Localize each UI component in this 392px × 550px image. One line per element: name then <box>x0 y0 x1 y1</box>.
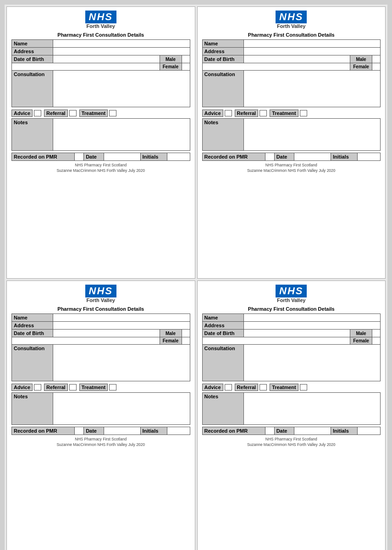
dob-value-4[interactable] <box>243 330 350 337</box>
notes-table-3: Notes <box>11 392 190 425</box>
name-value[interactable] <box>53 40 190 48</box>
referral-item: Referral <box>44 110 77 117</box>
referral-label-4: Referral <box>235 384 259 391</box>
referral-checkbox-3[interactable] <box>69 384 77 390</box>
treatment-checkbox[interactable] <box>109 110 116 116</box>
referral-label-2: Referral <box>235 110 259 117</box>
advice-checkbox[interactable] <box>34 110 41 116</box>
male-checkbox-4[interactable] <box>372 330 381 337</box>
notes-row-3: Notes <box>12 393 190 425</box>
notes-value-4[interactable] <box>243 393 381 425</box>
pmr-checkbox-4[interactable] <box>265 427 274 435</box>
name-label-4: Name <box>202 314 243 322</box>
female-checkbox[interactable] <box>182 63 190 71</box>
treatment-checkbox-4[interactable] <box>300 384 307 390</box>
name-value-3[interactable] <box>53 314 190 322</box>
footer-2: NHS Pharmacy First Scotland Suzanne MacC… <box>247 163 336 174</box>
dob-row-3: Date of Birth Male <box>12 330 190 337</box>
pmr-initials-value-4[interactable] <box>358 427 381 435</box>
advice-checkbox-3[interactable] <box>34 384 41 390</box>
female-checkbox-4[interactable] <box>372 337 381 345</box>
address-value-3[interactable] <box>53 322 190 330</box>
referral-checkbox-4[interactable] <box>259 384 267 390</box>
pmr-initials-label-3: Initials <box>140 427 167 435</box>
address-value-4[interactable] <box>243 322 381 330</box>
address-value-2[interactable] <box>243 48 381 55</box>
footer-4: NHS Pharmacy First Scotland Suzanne MacC… <box>247 437 336 448</box>
pmr-table-1: Recorded on PMR Date Initials <box>11 153 190 161</box>
treatment-item-2: Treatment <box>270 110 307 117</box>
address-label: Address <box>12 48 53 55</box>
male-checkbox-3[interactable] <box>182 330 190 337</box>
name-row-4: Name <box>202 314 381 322</box>
dob-extra-2 <box>202 63 350 71</box>
pmr-date-label-3: Date <box>84 427 104 435</box>
pmr-initials-value-3[interactable] <box>167 427 190 435</box>
consultation-value-2[interactable] <box>243 71 381 107</box>
consultation-value-3[interactable] <box>53 345 190 381</box>
consultation-value-4[interactable] <box>243 345 381 381</box>
pmr-date-value-4[interactable] <box>294 427 331 435</box>
card-3: NHS Forth Valley Pharmacy First Consulta… <box>6 280 195 550</box>
notes-value[interactable] <box>53 119 190 151</box>
dob-label: Date of Birth <box>12 55 53 63</box>
pmr-date-value-2[interactable] <box>294 153 331 161</box>
female-checkbox-2[interactable] <box>372 63 381 71</box>
pmr-initials-value[interactable] <box>167 153 190 161</box>
consultation-value[interactable] <box>53 71 190 107</box>
referral-item-3: Referral <box>44 384 77 391</box>
treatment-item-4: Treatment <box>270 384 307 391</box>
notes-label: Notes <box>12 119 53 151</box>
address-label-2: Address <box>202 48 243 55</box>
pmr-recorded-label: Recorded on PMR <box>12 153 75 161</box>
notes-label-3: Notes <box>12 393 53 425</box>
advice-checkbox-2[interactable] <box>225 110 232 116</box>
address-value[interactable] <box>53 48 190 55</box>
treatment-label-2: Treatment <box>270 110 298 117</box>
treatment-checkbox-3[interactable] <box>109 384 116 390</box>
dob-label-3: Date of Birth <box>12 330 53 337</box>
notes-value-3[interactable] <box>53 393 190 425</box>
name-label-3: Name <box>12 314 53 322</box>
dob-row-4: Date of Birth Male <box>202 330 381 337</box>
advice-label-3: Advice <box>11 384 33 391</box>
advice-checkbox-4[interactable] <box>225 384 232 390</box>
notes-value-2[interactable] <box>243 119 381 151</box>
patient-form-3: Name Address Date of Birth Male Female C… <box>11 314 190 381</box>
pmr-initials-value-2[interactable] <box>358 153 381 161</box>
dob-value[interactable] <box>53 55 160 63</box>
pmr-date-value[interactable] <box>104 153 140 161</box>
pmr-date-value-3[interactable] <box>104 427 140 435</box>
name-value-2[interactable] <box>243 40 381 48</box>
dob-value-3[interactable] <box>53 330 160 337</box>
female-label-2: Female <box>350 63 372 71</box>
address-label-3: Address <box>12 322 53 330</box>
address-row: Address <box>12 48 190 55</box>
female-checkbox-3[interactable] <box>182 337 190 345</box>
pmr-initials-label-2: Initials <box>331 153 358 161</box>
card-title-4: Pharmacy First Consultation Details <box>248 306 335 312</box>
pmr-checkbox[interactable] <box>75 153 84 161</box>
nhs-logo-2: NHS Forth Valley <box>276 11 307 29</box>
treatment-checkbox-2[interactable] <box>300 110 307 116</box>
dob-row-2: Date of Birth Male <box>202 55 381 63</box>
dob-extra-3 <box>12 337 160 345</box>
pmr-checkbox-2[interactable] <box>265 153 274 161</box>
notes-row-4: Notes <box>202 393 381 425</box>
female-label: Female <box>160 63 182 71</box>
consultation-label-2: Consultation <box>202 71 243 107</box>
pmr-recorded-label-2: Recorded on PMR <box>202 153 265 161</box>
name-value-4[interactable] <box>243 314 381 322</box>
advice-label-4: Advice <box>202 384 223 391</box>
pmr-row-4: Recorded on PMR Date Initials <box>202 427 381 435</box>
dob-value-2[interactable] <box>243 55 350 63</box>
referral-checkbox-2[interactable] <box>259 110 267 116</box>
advice-item-3: Advice <box>11 384 41 391</box>
referral-checkbox[interactable] <box>69 110 77 116</box>
advice-label-2: Advice <box>202 110 223 117</box>
pmr-checkbox-3[interactable] <box>75 427 84 435</box>
nhs-title-4: NHS <box>276 285 307 297</box>
male-checkbox-2[interactable] <box>372 55 381 63</box>
footer-3: NHS Pharmacy First Scotland Suzanne MacC… <box>56 437 145 448</box>
male-checkbox[interactable] <box>182 55 190 63</box>
